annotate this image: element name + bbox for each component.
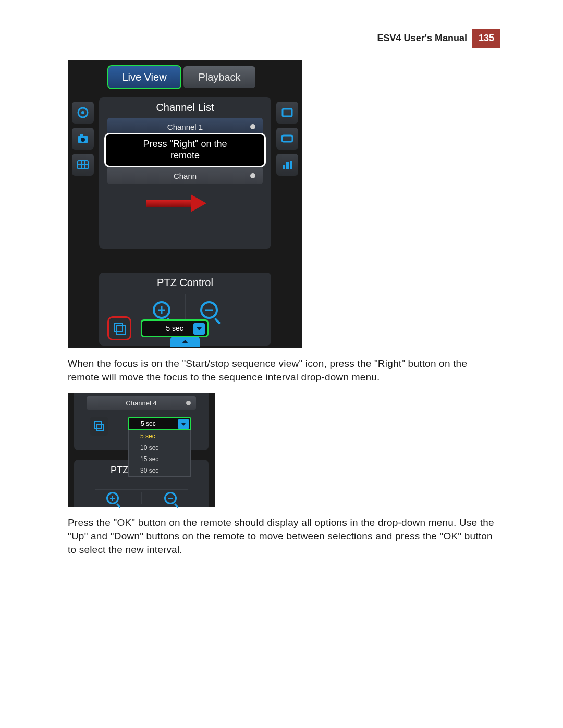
dropdown-option[interactable]: 15 sec [129,453,190,465]
svg-rect-9 [283,109,292,116]
svg-rect-10 [282,135,292,142]
screenshot-dropdown-open: Channel 4 5 sec 5 sec 10 sec 15 sec 30 s… [68,393,215,507]
svg-point-4 [81,138,85,142]
channel-row-partial[interactable]: Chann [107,167,263,184]
dropdown-selected[interactable]: 5 sec [128,417,191,430]
channel-list-title: Channel List [99,97,271,116]
grid-view-icon[interactable] [72,154,94,176]
dropdown-option[interactable]: 10 sec [129,442,190,453]
channel-panel-2: Channel 4 5 sec 5 sec 10 sec 15 sec 30 s… [74,393,209,450]
dropdown-options: 5 sec 10 sec 15 sec 30 sec [128,430,191,477]
svg-rect-3 [80,134,83,137]
tab-live-view[interactable]: Live View [108,66,180,88]
dropdown-option[interactable]: 30 sec [129,465,190,476]
chevron-down-icon [178,419,189,429]
snapshot-icon[interactable] [72,128,94,150]
channel-row-4[interactable]: Channel 4 [87,396,196,410]
screenshot-main-ui: Live View Playback [68,60,302,348]
page-number: 135 [472,29,500,48]
manual-title: ESV4 User's Manual [377,29,472,48]
zoom-out-button[interactable] [164,492,177,504]
dropdown-selected-value: 5 sec [141,420,156,427]
channel-partial-label: Chann [174,171,197,180]
page-header: ESV4 User's Manual 135 [63,29,500,48]
ptz-title: PTZ Control [99,273,271,291]
right-arrow-graphic [146,195,214,211]
manual-page: ESV4 User's Manual 135 Live View Playbac… [63,0,500,556]
record-icon[interactable] [72,102,94,124]
dropdown-option[interactable]: 5 sec [129,430,190,442]
chevron-down-icon [193,323,205,335]
channel-1-label: Channel 1 [167,122,203,131]
channel-4-label: Channel 4 [126,399,156,407]
view-tabs: Live View Playback [108,66,255,88]
svg-rect-17 [97,424,104,431]
sequence-view-icon[interactable] [107,316,131,340]
tab-playback[interactable]: Playback [183,66,255,88]
svg-rect-16 [94,422,101,428]
svg-rect-11 [283,165,285,169]
divider [141,492,142,504]
sequence-controls: 5 sec [107,316,209,340]
channel-status-dot [250,124,255,129]
sequence-interval-value: 5 sec [166,324,183,332]
aspect-icon[interactable] [276,128,298,150]
instruction-paragraph-2: Press the "OK" button on the remote shou… [68,516,495,556]
svg-rect-15 [117,326,125,334]
ptz-label: PTZ [111,465,128,476]
channel-status-dot [250,173,255,178]
svg-rect-14 [114,323,123,331]
tooltip-text: Press "Right" on the remote [143,139,227,161]
fullscreen-icon[interactable] [276,102,298,124]
sequence-view-icon[interactable] [90,417,108,436]
sequence-interval-dropdown[interactable]: 5 sec [141,319,209,337]
svg-point-1 [81,111,84,114]
zoom-in-button[interactable] [106,492,119,504]
svg-rect-12 [286,162,289,169]
channel-list-panel: Channel List Channel 1 Chann [99,97,271,249]
interval-dropdown-open[interactable]: 5 sec 5 sec 10 sec 15 sec 30 sec [128,417,191,477]
instruction-paragraph-1: When the focus is on the "Start/stop seq… [68,357,495,384]
channel-status-dot [186,401,191,405]
svg-rect-13 [290,161,292,169]
instruction-tooltip: Press "Right" on the remote [104,133,266,167]
stats-icon[interactable] [276,154,298,176]
